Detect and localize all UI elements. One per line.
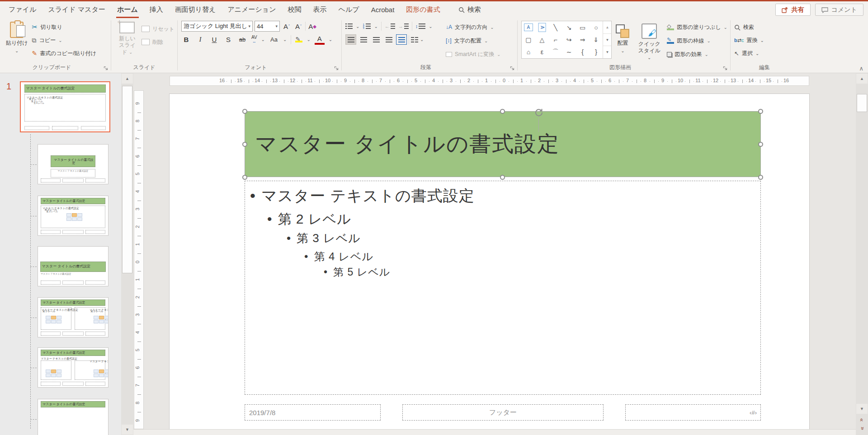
shape-right-arrow-icon[interactable]: ⇒	[576, 33, 590, 46]
next-slide-button[interactable]: «	[856, 425, 868, 432]
tab-検索[interactable]: 検索	[453, 1, 487, 18]
italic-button[interactable]: I	[195, 34, 205, 45]
thumbnail-scroll-thumb[interactable]	[122, 86, 132, 273]
vertical-scrollbar[interactable]: ▲ ▼ « «	[856, 73, 868, 435]
shape-arc-icon[interactable]: ⌒	[549, 46, 562, 58]
title-placeholder[interactable]: マスター タイトルの書式設定	[245, 111, 761, 177]
tab-スライド マスター[interactable]: スライド マスター	[42, 1, 111, 18]
reset-button[interactable]: リセット	[142, 23, 175, 34]
copy-button[interactable]: ⧉コピー⌄	[32, 35, 96, 46]
align-center-button[interactable]	[358, 34, 369, 45]
underline-button[interactable]: U	[209, 34, 219, 45]
horizontal-scrollbar[interactable]	[133, 429, 856, 435]
shape-outline-button[interactable]: ✎図形の枠線⌄	[667, 35, 727, 46]
slide-thumbnail-2-title[interactable]: マスター タイトルの書式設定マスター テキストの書式設定	[38, 144, 108, 184]
resize-handle-n[interactable]	[500, 109, 505, 114]
shape-scribble-icon[interactable]: ε	[535, 46, 549, 58]
shape-triangle-icon[interactable]: △	[535, 33, 549, 46]
tab-ホーム[interactable]: ホーム	[111, 1, 144, 18]
shape-vertical-text-box-icon[interactable]: A	[538, 23, 546, 32]
comments-button[interactable]: コメント	[815, 4, 863, 16]
grow-font-button[interactable]: Aˆ	[282, 21, 292, 32]
arrange-button[interactable]: 配置 ⌄	[613, 21, 632, 55]
highlight-color-button[interactable]: ✎	[295, 37, 302, 42]
thumbnail-scroll-up[interactable]: ▲	[122, 74, 133, 84]
bold-button[interactable]: B	[181, 34, 191, 45]
clear-formatting-button[interactable]: A◆	[307, 21, 317, 32]
shrink-font-button[interactable]: Aˇ	[293, 21, 303, 32]
increase-indent-button[interactable]: →	[398, 23, 409, 29]
font-name-combo[interactable]: 游ゴシック Light 見出し▾	[181, 21, 253, 32]
shape-freeform-icon[interactable]: ⌂	[522, 46, 535, 58]
delete-button[interactable]: 削除	[142, 37, 175, 47]
character-spacing-button[interactable]: AV↔	[251, 35, 257, 44]
convert-smartart-button[interactable]: SmartArt に変換⌄	[446, 49, 500, 60]
align-text-button[interactable]: [↕]文字の配置⌄	[446, 35, 500, 46]
resize-handle-se[interactable]	[758, 175, 763, 180]
resize-handle-ne[interactable]	[758, 109, 763, 114]
paragraph-dialog-launcher[interactable]	[509, 65, 515, 71]
shape-text-box-icon[interactable]: A	[524, 23, 533, 31]
justify-button[interactable]	[383, 34, 394, 45]
format-painter-button[interactable]: ✎書式のコピー/貼り付け	[32, 48, 96, 59]
quick-styles-button[interactable]: 🖌 クイックスタイル ⌄	[633, 21, 665, 62]
drawing-dialog-launcher[interactable]	[722, 65, 728, 71]
slide-thumbnail-6-comparison[interactable]: マスター タイトルの書式設定マスター テキストの書式設定マスター テキストの書式…	[38, 347, 108, 388]
shape-gallery-more[interactable]: ▼	[603, 46, 611, 58]
font-color-button[interactable]: A	[315, 34, 325, 45]
shape-line-icon[interactable]: ╲	[549, 21, 562, 33]
tab-ファイル[interactable]: ファイル	[3, 1, 42, 18]
resize-handle-w[interactable]	[242, 142, 247, 147]
tab-Acrobat[interactable]: Acrobat	[365, 1, 401, 18]
align-right-button[interactable]	[371, 34, 382, 45]
slide-thumbnail-3-title-content[interactable]: マスター タイトルの書式設定マスター テキストの書式設定第 2 レベル第 3 レ…	[38, 196, 108, 236]
tab-図形の書式[interactable]: 図形の書式	[400, 1, 446, 18]
scroll-up-button[interactable]: ▲	[856, 74, 868, 84]
rotation-handle[interactable]	[534, 108, 544, 117]
font-size-combo[interactable]: 44▾	[255, 21, 280, 32]
text-direction-button[interactable]: ↓A文字列の方向⌄	[446, 22, 500, 33]
paste-button[interactable]: 貼り付け ⌄	[4, 21, 30, 55]
columns-button[interactable]	[411, 37, 418, 42]
shape-down-arrow-icon[interactable]: ⇓	[590, 33, 603, 46]
tab-表示[interactable]: 表示	[307, 1, 333, 18]
shape-effects-button[interactable]: 図形の効果⌄	[667, 49, 727, 60]
change-case-button[interactable]: Aa	[269, 34, 279, 45]
replace-button[interactable]: b⇄c置換⌄	[734, 35, 764, 46]
decrease-indent-button[interactable]: ←	[385, 23, 395, 29]
font-dialog-launcher[interactable]	[334, 65, 339, 71]
footer-placeholder[interactable]: フッター	[402, 404, 604, 421]
slide-canvas[interactable]: マスター タイトルの書式設定 •マスター テキストの書式設定•第 2 レベル•第…	[170, 94, 809, 429]
align-left-button[interactable]	[345, 34, 356, 45]
scroll-down-button[interactable]: ▼	[856, 404, 868, 414]
resize-handle-s[interactable]	[500, 175, 505, 180]
shape-fill-button[interactable]: ◇図形の塗りつぶし⌄	[667, 22, 727, 33]
strikethrough-button[interactable]: ab	[237, 34, 247, 45]
body-placeholder[interactable]: •マスター テキストの書式設定•第 2 レベル•第 3 レベル•第 4 レベル•…	[245, 181, 761, 395]
slide-thumbnail-4-section[interactable]: マスター タイトルの書式設定マスター テキストの書式設定	[38, 246, 108, 286]
bullets-button[interactable]	[345, 23, 353, 29]
select-button[interactable]: ↖選択⌄	[734, 48, 764, 59]
slide-thumbnail-1-master[interactable]: マスター タイトルの書式設定マスター テキストの書式設定第 2 レベル第 3 レ…	[20, 81, 110, 132]
resize-handle-nw[interactable]	[242, 109, 247, 114]
find-button[interactable]: 検索	[734, 22, 764, 33]
slide-number-placeholder[interactable]: ‹#›	[625, 404, 761, 421]
clipboard-dialog-launcher[interactable]	[103, 65, 108, 71]
slide-thumbnail-5-two-content[interactable]: マスター タイトルの書式設定マスター テキストの書式設定第 2 レベルマスター …	[38, 297, 108, 337]
shape-curve-icon[interactable]: ∼	[562, 46, 576, 58]
shape-rectangle-icon[interactable]: ▭	[576, 21, 590, 33]
date-placeholder[interactable]: 2019/7/8	[245, 404, 381, 421]
shape-arrow-icon[interactable]: ↘	[562, 21, 576, 33]
tab-画面切り替え[interactable]: 画面切り替え	[169, 1, 222, 18]
numbering-button[interactable]: 123	[363, 23, 371, 29]
slide-thumbnail-7-title-only[interactable]: マスター タイトルの書式設定	[38, 399, 108, 435]
previous-slide-button[interactable]: «	[856, 416, 868, 423]
shape-gallery-down[interactable]: ▼	[603, 34, 611, 47]
scroll-thumb[interactable]	[857, 94, 867, 112]
shape-left-brace-icon[interactable]: {	[576, 46, 590, 58]
tab-ヘルプ[interactable]: ヘルプ	[333, 1, 365, 18]
tab-挿入[interactable]: 挿入	[144, 1, 169, 18]
text-shadow-button[interactable]: S	[223, 34, 233, 45]
thumbnail-scroll-down[interactable]: ▼	[122, 425, 133, 435]
resize-handle-sw[interactable]	[242, 175, 247, 180]
